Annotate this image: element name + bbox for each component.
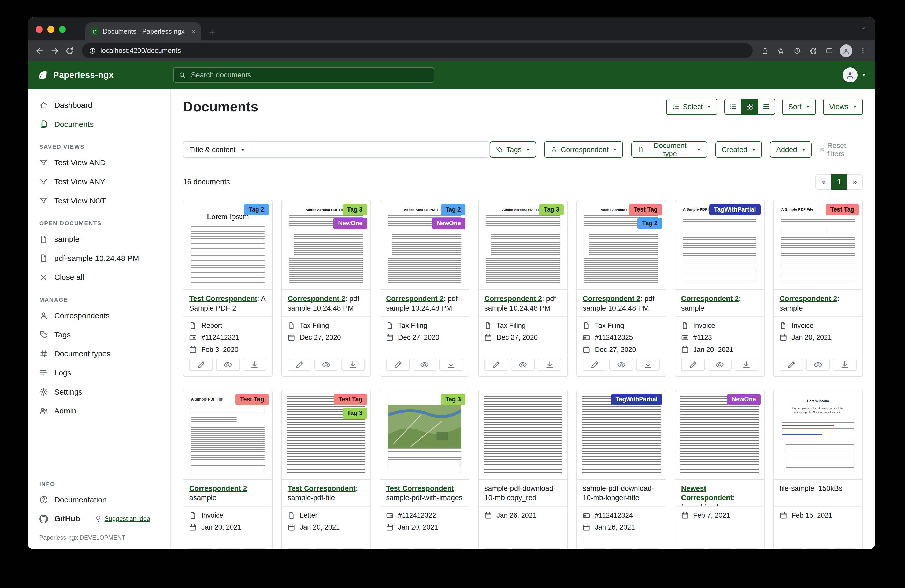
tag-badge[interactable]: NewOne bbox=[727, 394, 761, 405]
tag-badge[interactable]: NewOne bbox=[333, 218, 367, 229]
view-button[interactable] bbox=[314, 548, 338, 549]
document-thumbnail[interactable]: Tag 3 bbox=[380, 390, 469, 480]
document-thumbnail[interactable]: Adobe Acrobat PDF Files Tag 3 bbox=[479, 200, 567, 290]
download-button[interactable] bbox=[833, 359, 857, 371]
edit-button[interactable] bbox=[484, 359, 508, 371]
sidebar-item-dashboard[interactable]: Dashboard bbox=[28, 96, 170, 115]
edit-button[interactable] bbox=[189, 359, 213, 371]
sidebar-item-tags[interactable]: Tags bbox=[28, 325, 170, 344]
tags-filter-button[interactable]: Tags bbox=[490, 141, 536, 157]
document-thumbnail[interactable]: Lorem ipsum Lorem ipsum dolor sit amet, … bbox=[773, 390, 862, 480]
sidebar-item-test-view-and[interactable]: Test View AND bbox=[28, 153, 170, 173]
minimize-window-button[interactable] bbox=[48, 26, 54, 33]
sidebar-item-correspondents[interactable]: Correspondents bbox=[28, 306, 170, 325]
download-button[interactable] bbox=[735, 548, 758, 549]
correspondent-link[interactable]: Correspondent 2 bbox=[189, 484, 247, 492]
document-card[interactable]: TagWithPartial sample-pdf-download-10-mb… bbox=[576, 390, 666, 549]
sidebar-item-settings[interactable]: Settings bbox=[28, 382, 170, 402]
edit-button[interactable] bbox=[583, 359, 607, 371]
sidebar-item-documentation[interactable]: Documentation bbox=[28, 490, 170, 509]
document-thumbnail[interactable]: A Simple PDF File Test Tag bbox=[773, 200, 862, 290]
bookmark-star-icon[interactable] bbox=[773, 43, 788, 58]
app-brand[interactable]: Paperless-ngx bbox=[37, 69, 173, 81]
tag-badge[interactable]: Tag 2 bbox=[441, 204, 465, 216]
download-button[interactable] bbox=[636, 548, 660, 549]
download-button[interactable] bbox=[735, 359, 758, 371]
document-card[interactable]: Adobe Acrobat PDF Files Tag 3 Correspond… bbox=[478, 200, 568, 377]
view-button[interactable] bbox=[314, 359, 338, 371]
view-button[interactable] bbox=[806, 548, 830, 549]
edit-button[interactable] bbox=[583, 548, 607, 549]
document-card[interactable]: Tag 3 Test Correspondent: sample-pdf-wit… bbox=[380, 390, 470, 549]
view-button[interactable] bbox=[806, 359, 830, 371]
view-button[interactable] bbox=[708, 359, 732, 371]
edit-button[interactable] bbox=[681, 548, 705, 549]
document-thumbnail[interactable]: NewOne bbox=[675, 390, 764, 480]
correspondent-link[interactable]: Test Correspondent bbox=[386, 484, 454, 492]
download-button[interactable] bbox=[538, 359, 561, 371]
suggest-idea-link[interactable]: Suggest an idea bbox=[95, 515, 150, 522]
filter-field-button[interactable]: Title & content bbox=[183, 141, 251, 157]
view-button[interactable] bbox=[511, 359, 535, 371]
sidebar-item-documents[interactable]: Documents bbox=[28, 115, 170, 134]
document-thumbnail[interactable] bbox=[479, 390, 567, 480]
address-bar[interactable]: localhost:4200/documents bbox=[82, 43, 753, 58]
document-card[interactable]: sample-pdf-download-10-mb copy_red Jan 2… bbox=[478, 390, 568, 549]
tag-badge[interactable]: Test Tag bbox=[629, 204, 662, 216]
grid-view-button[interactable] bbox=[741, 98, 758, 114]
global-search[interactable] bbox=[173, 67, 434, 83]
correspondent-link[interactable]: Newest Correspondent bbox=[681, 484, 733, 502]
site-info-icon[interactable] bbox=[89, 47, 96, 54]
download-button[interactable] bbox=[833, 548, 857, 549]
correspondent-link[interactable]: Test Correspondent bbox=[288, 484, 356, 492]
document-card[interactable]: A Simple PDF File TagWithPartial Corresp… bbox=[675, 200, 765, 377]
previous-page-button[interactable]: « bbox=[816, 174, 832, 190]
document-card[interactable]: Adobe Acrobat PDF Files Test TagTag 2 Co… bbox=[576, 200, 666, 377]
download-button[interactable] bbox=[439, 359, 463, 371]
view-button[interactable] bbox=[511, 548, 535, 549]
tag-badge[interactable]: TagWithPartial bbox=[710, 204, 761, 216]
browser-tab[interactable]: Documents - Paperless-ngx × bbox=[86, 22, 201, 40]
document-thumbnail[interactable]: A Simple PDF File Test Tag bbox=[183, 390, 272, 480]
details-view-button[interactable] bbox=[758, 98, 775, 114]
tag-badge[interactable]: Tag 2 bbox=[244, 204, 268, 216]
sidebar-item-test-view-any[interactable]: Test View ANY bbox=[28, 172, 170, 191]
tag-badge[interactable]: Test Tag bbox=[826, 204, 859, 216]
created-filter-button[interactable]: Created bbox=[715, 141, 762, 157]
correspondent-link[interactable]: Correspondent 2 bbox=[484, 295, 542, 303]
tag-badge[interactable]: Tag 3 bbox=[343, 204, 367, 216]
sidebar-item-document-types[interactable]: Document types bbox=[28, 344, 170, 364]
document-thumbnail[interactable]: Test TagTag 3 bbox=[282, 390, 370, 480]
sidebar-item-open-doc-sample[interactable]: sample bbox=[28, 230, 170, 249]
download-button[interactable] bbox=[439, 548, 463, 549]
reload-button[interactable] bbox=[62, 43, 77, 58]
view-button[interactable] bbox=[216, 359, 240, 371]
tag-badge[interactable]: Tag 2 bbox=[637, 218, 662, 229]
edit-button[interactable] bbox=[386, 359, 410, 371]
view-button[interactable] bbox=[609, 548, 633, 549]
correspondent-link[interactable]: Correspondent 2 bbox=[583, 295, 640, 303]
tag-badge[interactable]: NewOne bbox=[432, 218, 465, 229]
edit-button[interactable] bbox=[386, 548, 410, 549]
correspondent-filter-button[interactable]: Correspondent bbox=[544, 141, 623, 157]
sidebar-item-test-view-not[interactable]: Test View NOT bbox=[28, 191, 170, 211]
list-view-button[interactable] bbox=[724, 98, 742, 114]
correspondent-link[interactable]: Correspondent 2 bbox=[780, 295, 837, 303]
user-menu[interactable] bbox=[843, 68, 866, 82]
document-card[interactable]: Adobe Acrobat PDF Files Tag 2NewOne Corr… bbox=[380, 200, 470, 377]
extensions-icon[interactable] bbox=[806, 43, 821, 58]
new-tab-button[interactable] bbox=[208, 28, 216, 36]
search-input[interactable] bbox=[190, 70, 429, 80]
document-card[interactable]: Lorem ipsum Lorem ipsum dolor sit amet, … bbox=[773, 390, 863, 549]
view-button[interactable] bbox=[708, 548, 732, 549]
tab-close-icon[interactable]: × bbox=[191, 28, 195, 35]
sidebar-item-logs[interactable]: Logs bbox=[28, 363, 170, 382]
edit-button[interactable] bbox=[681, 359, 705, 371]
document-card[interactable]: A Simple PDF File Test Tag Correspondent… bbox=[773, 200, 863, 377]
document-card[interactable]: NewOne Newest Correspondent: f_combineds… bbox=[675, 390, 765, 549]
correspondent-link[interactable]: Correspondent 2 bbox=[386, 295, 444, 303]
download-button[interactable] bbox=[243, 359, 267, 371]
edit-button[interactable] bbox=[189, 548, 213, 549]
sidebar-item-admin[interactable]: Admin bbox=[28, 401, 170, 420]
document-thumbnail[interactable]: Adobe Acrobat PDF Files Tag 2NewOne bbox=[380, 200, 469, 290]
